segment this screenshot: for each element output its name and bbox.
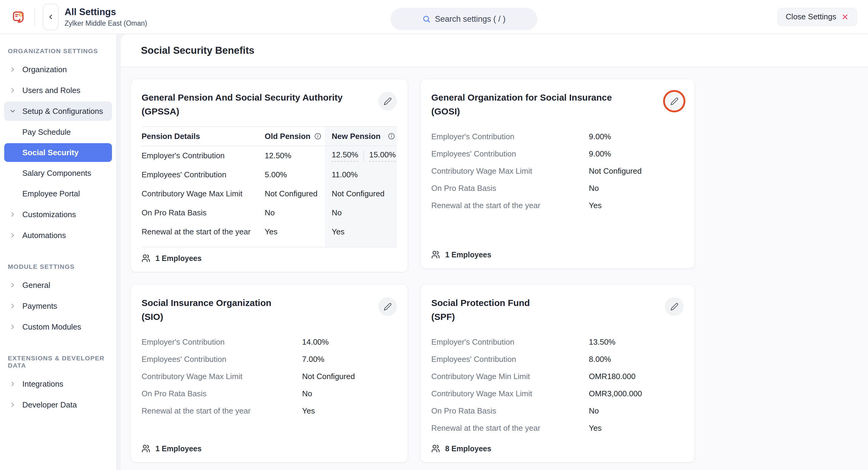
close-x-icon xyxy=(841,13,849,21)
sidebar-item-customizations[interactable]: Customizations xyxy=(4,205,112,224)
row-value: Yes xyxy=(302,406,397,416)
employees-count-label: 1 Employees xyxy=(155,444,202,453)
detail-row: Employer's Contribution14.00% xyxy=(142,333,397,351)
row-label: Contributory Wage Max Limit xyxy=(431,167,589,176)
row-value: Not Configured xyxy=(302,372,397,381)
new-pension-current-rate[interactable]: 12.50% xyxy=(332,150,358,161)
row-label: Renewal at the start of the year xyxy=(142,227,265,236)
sidebar-item-developer-data[interactable]: Developer Data xyxy=(4,395,112,414)
sidebar-item-salary-components[interactable]: Salary Components xyxy=(4,164,112,182)
detail-row: On Pro Rata BasisNo xyxy=(142,385,397,402)
sidebar-item-label: Setup & Configurations xyxy=(22,107,103,116)
sidebar-item-custom-modules[interactable]: Custom Modules xyxy=(4,317,112,336)
employees-count-label: 1 Employees xyxy=(155,254,202,263)
organization-name: Zylker Middle East (Oman) xyxy=(65,19,147,28)
main-panel: Social Security Benefits General Pension… xyxy=(121,34,868,470)
row-value: Yes xyxy=(589,423,684,433)
info-icon[interactable] xyxy=(388,133,395,140)
sidebar-item-setup-configurations[interactable]: Setup & Configurations xyxy=(4,101,112,121)
row-value: 7.00% xyxy=(302,355,397,364)
sidebar-item-label: Payments xyxy=(22,301,57,311)
detail-row: Employer's Contribution13.50% xyxy=(431,333,684,351)
col-pension-details: Pension Details xyxy=(142,132,265,141)
employees-count: 1 Employees xyxy=(142,252,397,263)
row-value: OMR180.000 xyxy=(589,372,684,381)
row-value: Not Configured xyxy=(589,167,684,176)
table-row: Renewal at the start of the year Yes Yes xyxy=(142,222,397,241)
sidebar-subitem-label: Social Security xyxy=(22,148,79,157)
chevron-right-icon xyxy=(9,323,16,330)
edit-gpssa-button[interactable] xyxy=(378,92,397,111)
row-label: Renewal at the start of the year xyxy=(431,423,589,433)
search-placeholder: Search settings ( / ) xyxy=(435,14,505,24)
sidebar-item-users-and-roles[interactable]: Users and Roles xyxy=(4,81,112,100)
card-title-line2: (SIO) xyxy=(142,310,271,324)
edit-gosi-button-highlighted[interactable] xyxy=(665,92,684,111)
edit-spf-button[interactable] xyxy=(665,297,684,316)
row-label: Contributory Wage Max Limit xyxy=(142,189,265,199)
info-icon[interactable] xyxy=(314,133,321,140)
search-icon xyxy=(422,15,431,23)
pencil-icon xyxy=(670,97,679,106)
row-label: Contributory Wage Min Limit xyxy=(431,372,589,381)
users-icon xyxy=(142,254,151,263)
row-value: 13.50% xyxy=(589,337,684,347)
new-pension-value: Yes xyxy=(325,227,397,236)
sidebar-section-extensions-developer-data: EXTENSIONS & DEVELOPER DATA xyxy=(4,347,112,373)
cards-area: General Pension And Social Security Auth… xyxy=(121,67,868,470)
row-label: On Pro Rata Basis xyxy=(431,406,589,416)
page-header-title: All Settings xyxy=(65,6,147,18)
old-pension-value: Not Configured xyxy=(265,189,325,199)
row-value: 9.00% xyxy=(589,132,684,141)
topbar: All Settings Zylker Middle East (Oman) S… xyxy=(0,0,868,34)
sidebar-section-organization-settings: ORGANIZATION SETTINGS xyxy=(4,40,112,58)
sidebar-item-label: Automations xyxy=(22,231,66,240)
pension-table: Pension Details Old Pension New Pension xyxy=(142,126,397,247)
new-pension-value: Not Configured xyxy=(325,189,397,199)
benefit-details: Employer's Contribution9.00% Employees' … xyxy=(431,128,684,214)
new-pension-revised-rate[interactable]: 15.00% xyxy=(369,150,396,161)
chevron-down-icon xyxy=(9,108,16,115)
row-label: Employer's Contribution xyxy=(431,132,589,141)
sidebar-item-automations[interactable]: Automations xyxy=(4,226,112,245)
sidebar-item-pay-schedule[interactable]: Pay Schedule xyxy=(4,123,112,141)
old-pension-value: 5.00% xyxy=(265,170,325,179)
card-title-line2: (SPF) xyxy=(431,310,530,324)
pencil-icon xyxy=(383,97,392,106)
col-new-pension: New Pension xyxy=(332,132,380,141)
card-title: General Organization for Social Insuranc… xyxy=(431,91,612,118)
edit-sio-button[interactable] xyxy=(378,297,397,316)
row-label: Employer's Contribution xyxy=(431,337,589,347)
chevron-right-icon xyxy=(9,401,16,408)
sidebar-section-module-settings: MODULE SETTINGS xyxy=(4,256,112,274)
sidebar-item-organization[interactable]: Organization xyxy=(4,60,112,79)
back-button[interactable] xyxy=(43,4,59,30)
detail-row: Employer's Contribution9.00% xyxy=(431,128,684,145)
chevron-right-icon xyxy=(9,66,16,73)
chevron-right-icon xyxy=(9,282,16,289)
card-spf: Social Protection Fund (SPF) Employer's … xyxy=(420,284,695,463)
sidebar-item-employee-portal[interactable]: Employee Portal xyxy=(4,184,112,203)
table-row: Contributory Wage Max Limit Not Configur… xyxy=(142,184,397,203)
sidebar-subitem-label: Pay Schedule xyxy=(22,127,71,137)
table-row: On Pro Rata Basis No No xyxy=(142,203,397,222)
row-label: Contributory Wage Max Limit xyxy=(431,389,589,399)
detail-row: Renewal at the start of the yearYes xyxy=(431,197,684,214)
close-settings-button[interactable]: Close Settings xyxy=(777,8,857,26)
chevron-right-icon xyxy=(9,232,16,239)
sidebar-item-social-security[interactable]: Social Security xyxy=(4,143,112,162)
table-row: Employer's Contribution 12.50% 12.50% 15… xyxy=(142,146,397,165)
col-old-pension: Old Pension xyxy=(265,132,311,141)
row-label: Employer's Contribution xyxy=(142,151,265,160)
pension-table-header: Pension Details Old Pension New Pension xyxy=(142,126,397,146)
users-icon xyxy=(431,250,440,259)
card-title-line2: (GPSSA) xyxy=(142,105,343,118)
search-input[interactable]: Search settings ( / ) xyxy=(391,8,537,30)
row-label: Renewal at the start of the year xyxy=(142,406,302,416)
card-title-line1: General Pension And Social Security Auth… xyxy=(142,91,343,105)
sidebar-item-integrations[interactable]: Integrations xyxy=(4,374,112,393)
sidebar-item-general[interactable]: General xyxy=(4,275,112,295)
sidebar-item-payments[interactable]: Payments xyxy=(4,296,112,316)
sidebar-item-label: Custom Modules xyxy=(22,322,81,332)
row-value: No xyxy=(589,406,684,416)
